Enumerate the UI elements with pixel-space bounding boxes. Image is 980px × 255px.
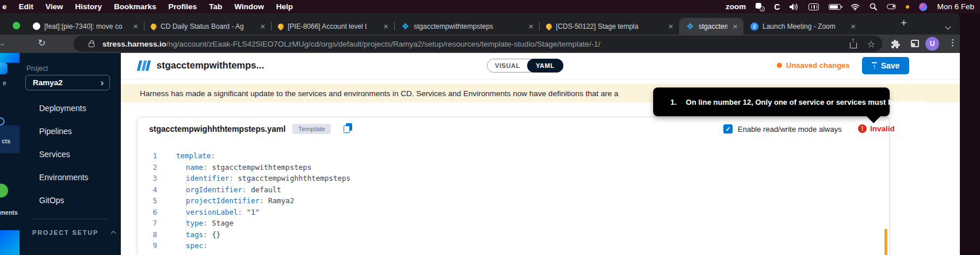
project-sidebar: Project Ramya2 › DeploymentsPipelinesSer… bbox=[20, 53, 121, 255]
yaml-editor-card: stgacctempwighhthtempsteps.yaml Template… bbox=[137, 117, 890, 255]
module-rail: e cts ments bbox=[0, 53, 20, 255]
tab-close-icon[interactable]: × bbox=[132, 22, 139, 31]
tab-close-icon[interactable]: × bbox=[849, 22, 857, 31]
code-line[interactable]: 8tags: {} bbox=[138, 229, 889, 241]
page-title: stgacctempwithtemps... bbox=[157, 60, 264, 71]
rail-module-icon[interactable] bbox=[0, 63, 7, 74]
battery-icon[interactable] bbox=[829, 4, 841, 10]
yaml-key: projectIdentifier bbox=[186, 196, 260, 205]
browser-tab[interactable]: [CDS-50122] Stage templa× bbox=[539, 18, 679, 35]
rail-pipeline-icon[interactable] bbox=[0, 117, 5, 125]
sidebar-item-pipelines[interactable]: Pipelines bbox=[39, 127, 72, 137]
browser-tab[interactable]: ❖stgacctempwithtempsteps× bbox=[394, 18, 539, 35]
yaml-value: "1" bbox=[246, 208, 260, 216]
menubar-item-view[interactable]: View bbox=[45, 2, 63, 11]
url-bar[interactable]: stress.harness.io /ng/account/zEaak-FLS4… bbox=[74, 36, 882, 52]
wifi-icon[interactable] bbox=[851, 0, 860, 13]
menubar-item-profiles[interactable]: Profiles bbox=[169, 2, 197, 11]
menubar-item-e[interactable]: e bbox=[2, 2, 7, 11]
browser-tab[interactable]: ZLaunch Meeting - Zoom× bbox=[743, 18, 861, 35]
code-line[interactable]: 7type: Stage bbox=[138, 218, 889, 229]
toggle-yaml[interactable]: YAML bbox=[527, 59, 563, 73]
profile-avatar[interactable]: U bbox=[925, 37, 939, 51]
tab-close-icon[interactable]: × bbox=[382, 22, 390, 31]
line-number: 8 bbox=[140, 230, 157, 239]
forward-button[interactable]: → bbox=[0, 38, 6, 48]
sidebar-item-project-setup[interactable]: PROJECT SETUP bbox=[32, 229, 116, 236]
menubar-clock[interactable]: Mon 6 Feb bbox=[937, 2, 974, 11]
line-number: 9 bbox=[140, 241, 157, 250]
siri-icon[interactable] bbox=[919, 3, 927, 11]
menubar-item-edit[interactable]: Edit bbox=[19, 2, 34, 11]
code-line[interactable]: 3identifier: stgacctempwighhthtempsteps bbox=[138, 173, 889, 184]
yaml-filename: stgacctempwighhthtempsteps.yaml bbox=[149, 124, 285, 134]
volume-icon[interactable] bbox=[790, 0, 799, 13]
yaml-key: type bbox=[186, 219, 203, 227]
sidebar-item-gitops[interactable]: GitOps bbox=[39, 196, 64, 206]
code-line[interactable]: 2name: stgacctempwithtempsteps bbox=[138, 162, 889, 173]
yaml-key: identifier bbox=[186, 174, 229, 182]
keyboard-icon[interactable] bbox=[809, 3, 819, 10]
sidebar-item-environments[interactable]: Environments bbox=[39, 173, 89, 183]
rail-selected-block[interactable] bbox=[0, 53, 20, 63]
bookmark-star-icon[interactable]: ☆ bbox=[867, 39, 875, 50]
tab-close-icon[interactable]: × bbox=[667, 22, 674, 31]
tooltip-caret bbox=[866, 116, 881, 123]
rail-label-fragment[interactable]: ments bbox=[0, 209, 18, 216]
error-exclamation-icon: ! bbox=[858, 124, 867, 133]
code-line[interactable]: 6versionLabel: "1" bbox=[138, 207, 889, 218]
sidebar-item-services[interactable]: Services bbox=[39, 150, 70, 160]
extensions-icon[interactable] bbox=[891, 39, 900, 51]
project-selector[interactable]: Ramya2 › bbox=[25, 75, 110, 90]
tab-close-icon[interactable]: × bbox=[259, 22, 266, 31]
spotlight-icon[interactable] bbox=[870, 0, 877, 13]
window-control-green[interactable] bbox=[13, 22, 20, 29]
new-tab-button[interactable]: + bbox=[901, 17, 907, 29]
control-center-icon[interactable] bbox=[887, 4, 896, 9]
tab-search-chevron[interactable] bbox=[946, 21, 950, 31]
tab-title: Launch Meeting - Zoom bbox=[762, 22, 845, 31]
menubar-item-history[interactable]: History bbox=[75, 2, 102, 11]
browser-menu-icon[interactable]: ⋮ bbox=[948, 37, 957, 48]
copy-icon[interactable] bbox=[344, 125, 350, 133]
rail-label-fragment[interactable]: cts bbox=[2, 138, 10, 144]
menubar-item-window[interactable]: Window bbox=[234, 2, 264, 11]
tabs-container: [feat]:[pie-7340]: move co×CD Daily Stat… bbox=[26, 18, 861, 35]
code-lines[interactable]: 1template:2name: stgacctempwithtempsteps… bbox=[138, 150, 889, 252]
browser-tab[interactable]: [feat]:[pie-7340]: move co× bbox=[26, 18, 144, 35]
menubar-item-help[interactable]: Help bbox=[276, 2, 293, 11]
status-badge[interactable]: ! Invalid bbox=[858, 124, 895, 133]
tab-close-icon[interactable]: × bbox=[527, 22, 535, 31]
rail-cd-icon[interactable] bbox=[0, 184, 8, 197]
browser-tab[interactable]: CD Daily Status Board - Ag× bbox=[144, 18, 271, 35]
readwrite-toggle[interactable]: ✓ Enable read/write mode always bbox=[723, 124, 842, 134]
code-line[interactable]: 9spec: bbox=[138, 240, 889, 252]
menubar-item-bookmarks[interactable]: Bookmarks bbox=[114, 2, 157, 11]
status-label: Invalid bbox=[870, 124, 895, 133]
browser-tab[interactable]: [PIE-8066] Account level t× bbox=[271, 18, 394, 35]
tab-title: stgacctempwithtempsteps bbox=[699, 22, 727, 31]
tab-close-icon[interactable]: × bbox=[731, 22, 739, 31]
toggle-visual[interactable]: VISUAL bbox=[487, 62, 528, 69]
menubar-item-zoom[interactable]: zoom bbox=[726, 2, 746, 11]
cleanshot-icon[interactable]: C bbox=[774, 0, 780, 13]
browser-window: [feat]:[pie-7340]: move co×CD Daily Stat… bbox=[0, 13, 960, 255]
overview-ruler-marker[interactable] bbox=[884, 229, 887, 255]
rail-label-fragment[interactable]: e bbox=[3, 79, 6, 86]
browser-tab[interactable]: ❖stgacctempwithtempsteps× bbox=[679, 18, 743, 35]
app-update-icon[interactable]: ! bbox=[756, 2, 764, 11]
menubar-item-tab[interactable]: Tab bbox=[209, 2, 222, 11]
code-line[interactable]: 4orgIdentifier: default bbox=[138, 184, 889, 196]
code-line[interactable]: 5projectIdentifier: Ramya2 bbox=[138, 195, 889, 207]
code-line[interactable]: 1template: bbox=[138, 150, 889, 162]
yaml-key: versionLabel bbox=[186, 208, 238, 216]
share-icon[interactable] bbox=[850, 43, 857, 48]
save-button[interactable]: ↑ Save bbox=[862, 57, 909, 74]
side-panel-icon[interactable] bbox=[911, 40, 919, 47]
rail-bottom-module[interactable] bbox=[0, 230, 20, 255]
reload-button[interactable]: ↻ bbox=[38, 37, 45, 48]
sidebar-item-deployments[interactable]: Deployments bbox=[39, 104, 86, 114]
project-label: Project bbox=[26, 64, 48, 73]
tooltip-number: 1. bbox=[670, 98, 677, 106]
checkbox-checked-icon[interactable]: ✓ bbox=[723, 124, 733, 134]
